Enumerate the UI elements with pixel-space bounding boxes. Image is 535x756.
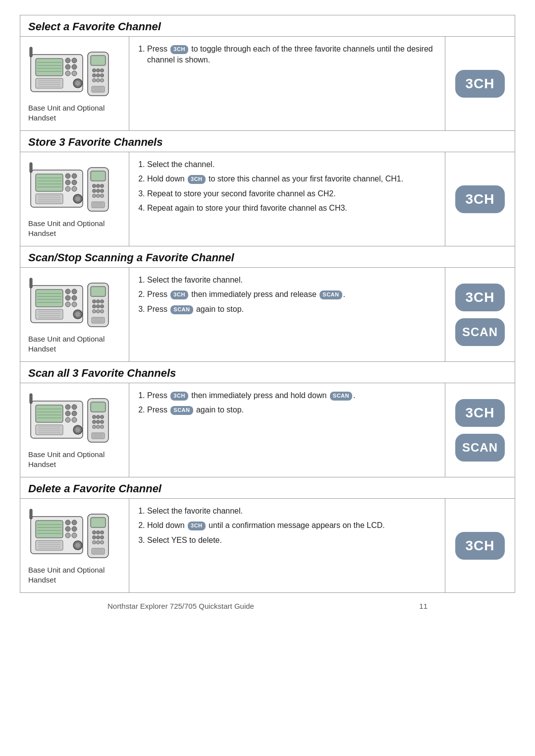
- section-header-scan-stop: Scan/Stop Scanning a Favorite Channel: [20, 246, 515, 268]
- device-image-delete-favorite: [28, 507, 112, 561]
- section-header-delete-favorite: Delete a Favorite Channel: [20, 477, 515, 499]
- section-title-scan-all: Scan all 3 Favorite Channels: [28, 367, 507, 380]
- instructions-column-delete-favorite: Select the favorite channel.Hold down 3C…: [129, 499, 445, 592]
- svg-point-134: [97, 425, 100, 429]
- page-number: 11: [419, 602, 428, 610]
- svg-rect-1: [36, 58, 63, 76]
- button-column-delete-favorite: 3CH: [445, 499, 515, 592]
- inline-button-scan: SCAN: [170, 406, 193, 415]
- svg-point-45: [65, 186, 70, 191]
- svg-point-60: [93, 189, 96, 193]
- svg-point-78: [65, 295, 70, 300]
- svg-rect-19: [30, 47, 32, 57]
- page-footer: Northstar Explorer 725/705 Quickstart Gu…: [20, 593, 515, 615]
- button-scan[interactable]: SCAN: [455, 434, 505, 462]
- svg-point-93: [97, 300, 100, 303]
- svg-point-27: [101, 74, 104, 77]
- section-header-store-favorite: Store 3 Favorite Channels: [20, 131, 515, 152]
- svg-point-25: [93, 74, 96, 77]
- section-select-favorite: Select a Favorite Channel: [20, 15, 515, 131]
- svg-point-59: [101, 184, 104, 188]
- svg-point-23: [97, 69, 100, 72]
- svg-point-116: [72, 417, 77, 422]
- device-image-scan-stop: [28, 276, 112, 330]
- svg-point-128: [97, 415, 100, 419]
- button-3ch[interactable]: 3CH: [455, 532, 505, 560]
- svg-point-62: [101, 189, 104, 193]
- svg-point-132: [101, 420, 104, 424]
- svg-point-133: [93, 425, 96, 429]
- device-label-select-favorite: Base Unit and Optional Handset: [28, 103, 123, 122]
- svg-point-99: [97, 310, 100, 313]
- svg-point-115: [65, 417, 70, 422]
- device-column-delete-favorite: Base Unit and Optional Handset: [20, 499, 129, 592]
- button-column-scan-stop: 3CHSCAN: [445, 268, 515, 361]
- section-body-select-favorite: Base Unit and Optional Handset Press 3CH…: [20, 37, 515, 130]
- svg-point-166: [97, 536, 100, 539]
- button-column-scan-all: 3CHSCAN: [445, 383, 515, 477]
- device-image-store-favorite: [28, 160, 112, 215]
- svg-rect-56: [91, 171, 106, 181]
- svg-point-123: [75, 427, 80, 432]
- svg-point-30: [101, 79, 104, 82]
- svg-point-63: [93, 194, 96, 198]
- svg-point-112: [72, 405, 77, 409]
- inline-button-scan: SCAN: [320, 291, 342, 299]
- section-store-favorite: Store 3 Favorite Channels: [20, 131, 515, 246]
- device-column-store-favorite: Base Unit and Optional Handset: [20, 152, 129, 246]
- svg-rect-124: [30, 394, 32, 404]
- svg-point-18: [75, 81, 80, 86]
- inline-button-3ch: 3CH: [170, 291, 188, 299]
- button-3ch[interactable]: 3CH: [455, 284, 505, 311]
- svg-point-61: [97, 189, 100, 193]
- svg-point-77: [72, 289, 77, 294]
- svg-point-164: [101, 531, 104, 534]
- inline-button-3ch: 3CH: [170, 45, 188, 54]
- section-body-scan-all: Base Unit and Optional Handset Press 3CH…: [20, 383, 515, 477]
- svg-point-113: [65, 411, 70, 416]
- svg-point-148: [65, 526, 70, 531]
- svg-point-114: [72, 411, 77, 416]
- device-image-scan-all: [28, 391, 112, 446]
- svg-point-169: [97, 541, 100, 544]
- svg-point-29: [97, 79, 100, 82]
- button-column-select-favorite: 3CH: [445, 37, 515, 130]
- svg-point-10: [65, 71, 70, 76]
- footer-text: Northstar Explorer 725/705 Quickstart Gu…: [107, 602, 254, 610]
- svg-rect-161: [91, 518, 106, 527]
- svg-point-76: [65, 289, 70, 294]
- svg-point-92: [93, 300, 96, 303]
- page-container: Select a Favorite Channel: [20, 15, 515, 593]
- svg-point-98: [93, 310, 96, 313]
- svg-point-41: [65, 174, 70, 178]
- svg-rect-12: [36, 78, 63, 88]
- button-scan[interactable]: SCAN: [455, 318, 505, 346]
- inline-button-3ch: 3CH: [188, 522, 206, 530]
- svg-rect-126: [91, 402, 106, 412]
- device-image-select-favorite: [28, 45, 112, 99]
- button-3ch[interactable]: 3CH: [455, 185, 505, 213]
- section-body-delete-favorite: Base Unit and Optional Handset Select th…: [20, 499, 515, 592]
- svg-rect-82: [36, 309, 63, 319]
- svg-rect-91: [91, 287, 106, 296]
- svg-point-64: [97, 194, 100, 198]
- svg-point-88: [75, 312, 80, 317]
- section-body-store-favorite: Base Unit and Optional Handset Select th…: [20, 152, 515, 246]
- svg-point-80: [65, 302, 70, 307]
- svg-point-129: [101, 415, 104, 419]
- svg-point-7: [72, 58, 77, 63]
- button-3ch[interactable]: 3CH: [455, 70, 505, 98]
- svg-rect-54: [30, 163, 32, 173]
- svg-rect-21: [91, 56, 106, 65]
- section-scan-stop: Scan/Stop Scanning a Favorite Channel: [20, 246, 515, 362]
- section-title-store-favorite: Store 3 Favorite Channels: [28, 136, 507, 149]
- inline-button-scan: SCAN: [170, 305, 193, 314]
- svg-point-96: [97, 305, 100, 308]
- device-label-scan-all: Base Unit and Optional Handset: [28, 450, 123, 469]
- section-title-scan-stop: Scan/Stop Scanning a Favorite Channel: [28, 251, 507, 264]
- inline-button-3ch: 3CH: [188, 175, 206, 184]
- button-3ch[interactable]: 3CH: [455, 399, 505, 427]
- svg-point-150: [65, 533, 70, 538]
- svg-point-149: [72, 526, 77, 531]
- svg-rect-152: [36, 540, 63, 550]
